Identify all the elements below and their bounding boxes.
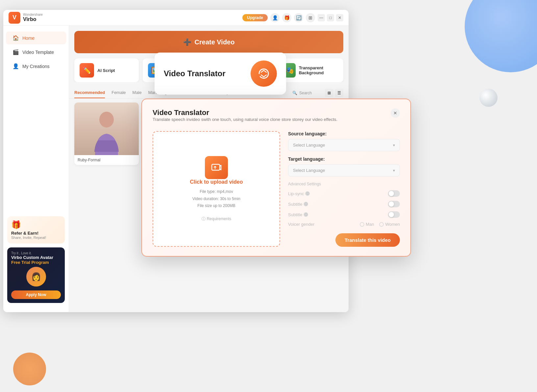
create-video-banner[interactable]: ➕ Create Video	[74, 31, 343, 53]
ai-script-label: AI Script	[97, 68, 115, 73]
subtitle1-text: Subtitle	[288, 202, 302, 207]
search-label: Search	[299, 91, 312, 95]
source-language-dropdown[interactable]: Select Language ▾	[288, 139, 400, 151]
deco-circle-top-right	[465, 0, 537, 72]
user-icon[interactable]: 👤	[270, 13, 280, 22]
translate-btn-row: Translate this video	[288, 233, 400, 247]
sidebar: 🏠 Home 🎬 Video Template 👤 My Creations 🎁…	[3, 26, 69, 312]
subtitle2-label: Subtitle ⓘ	[288, 212, 308, 217]
title-bar-actions: Upgrade 👤 🎁 🔄 ⊞	[242, 13, 315, 22]
source-language-chevron-icon: ▾	[393, 143, 395, 148]
voicer-radio-group: Man Women	[360, 222, 400, 227]
voicer-gender-row: Voicer gender Man Women	[288, 222, 400, 227]
lip-sync-row: Lip-sync ⓘ	[288, 190, 400, 197]
title-bar: V Wondershare Virbo Upgrade 👤 🎁 🔄 ⊞ — □ …	[3, 10, 349, 26]
upload-icon	[205, 156, 228, 179]
create-video-text: Create Video	[195, 38, 235, 46]
video-template-icon: 🎬	[12, 49, 19, 55]
subtitle1-toggle[interactable]	[388, 201, 400, 207]
sidebar-bottom: 🎁 Refer & Earn! Share, Invite, Repeat! T…	[3, 212, 69, 307]
subtitle2-toggle[interactable]	[388, 211, 400, 218]
ai-script-icon: ✏️	[80, 63, 94, 78]
source-language-placeholder: Select Language	[293, 143, 325, 148]
avatar-name-ruby: Ruby-Formal	[74, 155, 139, 165]
trial-card: Try it , Love it. Virbo Custom Avatar Fr…	[7, 247, 65, 303]
target-language-dropdown[interactable]: Select Language ▾	[288, 164, 400, 176]
deco-circle-bottom-left	[13, 353, 46, 385]
sidebar-item-home-label: Home	[22, 35, 35, 41]
grid-toggle: ⊞ ☰	[325, 89, 343, 97]
vt-tooltip-icon	[251, 60, 277, 87]
vt-modal-title-block: Video Translator Translate speech invide…	[153, 108, 337, 128]
lip-sync-info-icon: ⓘ	[305, 191, 310, 196]
upload-area[interactable]: Click to upload video File type: mp4,mov…	[153, 131, 280, 247]
voicer-women-radio[interactable]	[379, 222, 384, 227]
logo-product: Virbo	[23, 16, 43, 22]
target-language-chevron-icon: ▾	[393, 168, 395, 173]
vt-tooltip-text: Video Translator	[164, 69, 226, 78]
voicer-gender-label: Voicer gender	[288, 222, 314, 227]
trial-avatar-img: 👩	[26, 267, 46, 287]
lip-sync-toggle[interactable]	[388, 190, 400, 197]
refer-sub: Share, Invite, Repeat!	[11, 236, 61, 240]
vt-modal-body: Click to upload video File type: mp4,mov…	[153, 131, 400, 247]
minimize-button[interactable]: —	[318, 14, 325, 21]
subtitle1-info-icon: ⓘ	[304, 202, 308, 206]
vt-modal-title: Video Translator	[153, 108, 337, 117]
avatar-card-ruby[interactable]: Ruby-Formal	[74, 103, 139, 165]
list-view-button[interactable]: ☰	[335, 89, 343, 97]
file-type-text: File type: mp4,mov	[200, 189, 233, 194]
voicer-man-option[interactable]: Man	[360, 222, 374, 227]
avatar-search-box[interactable]: 🔍 Search	[288, 89, 316, 97]
vt-modal-close-button[interactable]: ✕	[391, 108, 400, 118]
subtitle1-row: Subtitle ⓘ	[288, 201, 400, 207]
home-icon: 🏠	[12, 35, 19, 41]
upload-label: Click to upload video	[190, 179, 243, 185]
vt-tooltip-card: Video Translator	[155, 53, 286, 95]
svg-point-0	[99, 112, 114, 127]
requirements-label: Requirements	[207, 217, 232, 221]
tab-recommended[interactable]: Recommended	[74, 87, 105, 98]
refresh-icon[interactable]: 🔄	[294, 13, 303, 22]
logo-icon: V	[9, 12, 20, 24]
upgrade-button[interactable]: Upgrade	[242, 14, 268, 21]
sidebar-item-home[interactable]: 🏠 Home	[6, 32, 66, 44]
maximize-button[interactable]: □	[327, 14, 334, 21]
feature-card-ai-script[interactable]: ✏️ AI Script	[74, 58, 139, 82]
lip-sync-text: Lip-sync	[288, 191, 304, 196]
vt-modal: Video Translator Translate speech invide…	[141, 99, 411, 257]
tab-female[interactable]: Female	[111, 87, 126, 98]
vt-modal-header: Video Translator Translate speech invide…	[153, 108, 400, 128]
translate-video-button[interactable]: Translate this video	[335, 233, 400, 247]
sidebar-item-video-template[interactable]: 🎬 Video Template	[6, 46, 66, 58]
advanced-settings-label: Advanced Settings	[288, 182, 400, 186]
avatar-img-ruby	[74, 103, 139, 155]
background-label: Transparent Background	[299, 65, 338, 75]
logo-brand: Wondershare	[23, 13, 43, 16]
subtitle2-info-icon: ⓘ	[304, 212, 308, 217]
voicer-women-option[interactable]: Women	[379, 222, 400, 227]
grid-view-button[interactable]: ⊞	[325, 89, 333, 97]
sidebar-item-my-creations[interactable]: 👤 My Creations	[6, 60, 66, 73]
gift-icon[interactable]: 🎁	[282, 13, 291, 22]
target-language-placeholder: Select Language	[293, 168, 325, 173]
sidebar-item-video-template-label: Video Template	[22, 50, 54, 55]
requirements-icon: ⓘ	[202, 216, 206, 222]
trial-highlight: Free Trial Program	[11, 260, 61, 265]
feature-card-background[interactable]: 🎭 Transparent Background	[279, 58, 344, 82]
source-language-label: Source language:	[288, 131, 400, 136]
logo-text: Wondershare Virbo	[23, 13, 43, 22]
apply-now-button[interactable]: Apply Now	[11, 290, 61, 299]
settings-panel: Source language: Select Language ▾ Targe…	[288, 131, 400, 247]
subtitle2-row: Subtitle ⓘ	[288, 211, 400, 218]
create-video-icon: ➕	[183, 38, 191, 46]
deco-sphere-mid-right	[479, 89, 498, 107]
vt-modal-description: Translate speech invideo swith one touch…	[153, 117, 337, 122]
grid-icon[interactable]: ⊞	[306, 13, 315, 22]
tab-male[interactable]: Male	[133, 87, 142, 98]
requirements-row: ⓘ Requirements	[202, 216, 232, 222]
app-logo: V Wondershare Virbo	[9, 12, 43, 24]
close-button[interactable]: ✕	[336, 14, 343, 21]
voicer-man-radio[interactable]	[360, 222, 364, 227]
lip-sync-label: Lip-sync ⓘ	[288, 191, 310, 196]
